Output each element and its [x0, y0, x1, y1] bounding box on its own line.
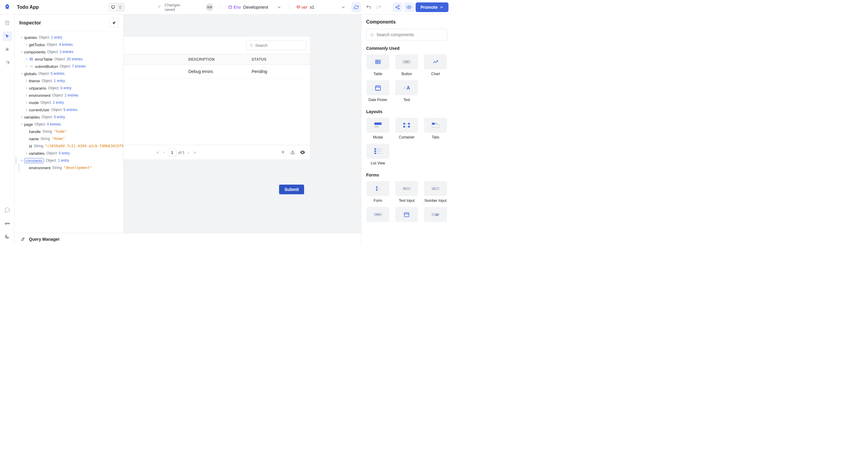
env-selector[interactable]: Env Development: [228, 5, 281, 10]
desktop-view-button[interactable]: [110, 4, 116, 10]
component-datepicker[interactable]: Date Picker: [366, 80, 390, 102]
checkbox-icon: [424, 207, 447, 222]
tree-row-environment-global[interactable]: environment Object 2 entries: [16, 92, 121, 99]
component-listview[interactable]: List View: [366, 144, 390, 165]
component-extra3[interactable]: [424, 207, 447, 225]
table-icon: [367, 54, 390, 69]
pager-first-icon[interactable]: «: [155, 148, 160, 156]
svg-rect-3: [119, 6, 121, 8]
logo-icon[interactable]: [4, 4, 11, 11]
svg-rect-46: [375, 86, 381, 90]
query-manager-bar[interactable]: Query Manager: [14, 233, 361, 245]
table-empty-area: [124, 79, 310, 145]
component-modal[interactable]: Modal: [366, 118, 390, 139]
svg-line-10: [397, 7, 398, 8]
component-text[interactable]: AA Text: [395, 80, 418, 102]
text-icon: AA: [395, 80, 418, 95]
pager-last-icon[interactable]: »: [192, 148, 197, 156]
tree-row-errortable[interactable]: errorTable Object 20 entries: [16, 56, 121, 63]
tree-row-mode[interactable]: mode Object 1 entry: [16, 99, 121, 106]
tree-row-queries[interactable]: queries Object 1 entry: [16, 34, 121, 41]
svg-rect-63: [432, 123, 435, 125]
form-icon: [367, 181, 390, 196]
tree-row-currentuser[interactable]: currentUser Object 5 entries: [16, 106, 121, 113]
datepicker-icon: [395, 207, 418, 222]
canvas-area[interactable]: DESCRIPTION STATUS onsole errors Debug e…: [124, 14, 361, 233]
component-extra2[interactable]: [395, 207, 418, 225]
tree-row-gettodos[interactable]: getTodos Object 4 entries: [16, 41, 121, 48]
submit-button[interactable]: Submit: [279, 185, 304, 194]
tree-row-constants-environment[interactable]: environment String "development": [19, 164, 121, 171]
component-chart[interactable]: Chart: [424, 54, 447, 76]
tree-row-components[interactable]: components Object 2 entries: [16, 48, 121, 56]
table-col-description[interactable]: DESCRIPTION: [184, 54, 247, 64]
mobile-view-button[interactable]: [117, 4, 124, 10]
table-search-box[interactable]: [246, 40, 307, 50]
tree-row-globals[interactable]: globals Object 5 entries: [16, 70, 121, 77]
component-table[interactable]: Table: [366, 54, 390, 76]
rail-theme-icon[interactable]: [2, 232, 12, 241]
tree-row-handle[interactable]: handle String "home": [16, 128, 121, 135]
tree-row-constants[interactable]: constants Object 1 entry: [16, 157, 121, 164]
svg-rect-66: [377, 149, 381, 149]
pager-prev-icon[interactable]: ‹: [162, 148, 166, 156]
svg-point-7: [398, 5, 399, 6]
components-search-input[interactable]: [376, 32, 443, 37]
table-col-title[interactable]: [124, 54, 184, 64]
expand-icon[interactable]: [21, 237, 25, 242]
rail-chat-icon[interactable]: [2, 205, 12, 215]
pager-input[interactable]: [168, 148, 176, 156]
rail-settings-icon[interactable]: [2, 58, 12, 67]
forms-grid: Form T.. Text Input 1.. Number Input: [366, 181, 447, 225]
component-numberinput[interactable]: 1.. Number Input: [424, 181, 447, 203]
rail-inspector-icon[interactable]: [2, 31, 12, 41]
table-col-status[interactable]: STATUS: [247, 54, 310, 64]
tree-row-name[interactable]: name String "Home": [16, 135, 121, 142]
version-selector[interactable]: ver v1: [296, 5, 346, 10]
textinput-icon: T..: [395, 181, 418, 196]
sync-button[interactable]: [352, 2, 361, 12]
svg-point-9: [398, 8, 399, 9]
tree-row-id[interactable]: id String "c3656a9d-7c21-4369-a2cb-fd0b6…: [16, 142, 121, 150]
rail-bug-icon[interactable]: [2, 45, 12, 54]
pager-next-icon[interactable]: ›: [187, 148, 190, 156]
pin-button[interactable]: [110, 19, 119, 27]
rail-message-icon[interactable]: [2, 218, 12, 228]
tree-row-variables[interactable]: variables Object 0 entry: [16, 113, 121, 121]
component-button[interactable]: Button: [395, 54, 418, 76]
top-right-actions: Promote: [364, 2, 448, 12]
svg-text:1..: 1..: [433, 187, 435, 190]
share-button[interactable]: [393, 2, 402, 12]
component-textinput[interactable]: T.. Text Input: [395, 181, 418, 203]
table-search-input[interactable]: [255, 43, 303, 48]
download-icon[interactable]: [290, 150, 295, 155]
chevron-right-icon: [24, 93, 29, 97]
tree-row-page[interactable]: page Object 4 entries: [16, 121, 121, 128]
components-panel: Components Commonly Used Table Button Ch…: [361, 14, 452, 245]
preview-button[interactable]: [404, 2, 414, 12]
rail-pages-icon[interactable]: [2, 18, 12, 28]
add-row-icon[interactable]: [281, 150, 285, 155]
tree-row-submitbutton[interactable]: submitButton Object 7 entries: [16, 63, 121, 70]
tree-row-theme[interactable]: theme Object 1 entry: [16, 77, 121, 85]
redo-button[interactable]: [375, 3, 383, 11]
visibility-icon[interactable]: [300, 150, 305, 155]
table-row[interactable]: onsole errors Debug errors Pending: [124, 65, 310, 79]
user-avatar[interactable]: KR: [206, 3, 213, 11]
svg-line-18: [5, 49, 6, 49]
component-tabs[interactable]: Tabs: [424, 118, 447, 139]
promote-button[interactable]: Promote: [415, 2, 448, 12]
component-form[interactable]: Form: [366, 181, 390, 203]
components-search[interactable]: [366, 29, 447, 40]
component-extra1[interactable]: [366, 207, 390, 225]
app-title[interactable]: Todo App: [17, 4, 39, 10]
table-widget[interactable]: DESCRIPTION STATUS onsole errors Debug e…: [124, 36, 310, 160]
numberinput-icon: 1..: [424, 181, 447, 196]
tree-row-page-variables[interactable]: variables Object 0 entry: [16, 150, 121, 157]
component-container[interactable]: Container: [395, 118, 418, 139]
tree-row-urlparams[interactable]: urlparams Object 0 entry: [16, 85, 121, 92]
svg-point-43: [405, 62, 406, 62]
button-icon: [29, 64, 34, 68]
svg-line-21: [8, 50, 9, 51]
undo-button[interactable]: [364, 3, 373, 11]
